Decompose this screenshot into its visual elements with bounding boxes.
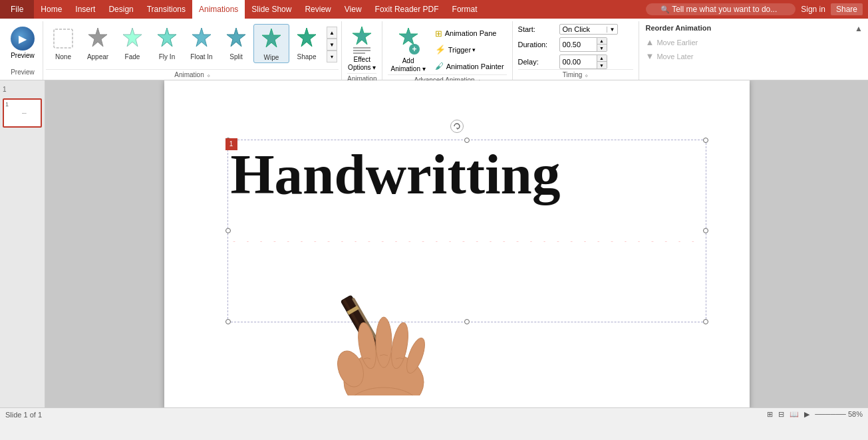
ribbon: ▶ Preview Preview None [0, 19, 868, 80]
animation-badge: 1 [225, 138, 237, 150]
svg-marker-1 [88, 28, 107, 47]
handle-tm[interactable] [464, 138, 470, 143]
canvas-area: 1 Handwritting [45, 80, 868, 407]
anim-none-label: None [55, 53, 71, 60]
title-bar: File Home Insert Design Transitions Anim… [0, 0, 868, 19]
svg-marker-7 [297, 28, 316, 47]
menu-design[interactable]: Design [102, 0, 140, 19]
slide-number: 1 [3, 86, 42, 93]
timing-group-expand[interactable]: ⬦ [585, 72, 588, 78]
share-btn[interactable]: Share [831, 3, 863, 15]
spell-check-underline [231, 238, 703, 242]
animation-group-expand[interactable]: ⬦ [207, 72, 210, 78]
status-bar: Slide 1 of 1 ⊞ ⊟ 📖 ▶ ────── 58% [0, 407, 868, 421]
effect-options-btn[interactable]: EffectOptions ▾ [348, 24, 376, 72]
delay-input[interactable] [560, 57, 597, 66]
menu-format[interactable]: Format [446, 0, 484, 19]
zoom-slider[interactable]: ────── 58% [815, 410, 863, 419]
anim-floatin[interactable]: Float In [184, 24, 219, 62]
collapse-ribbon-btn[interactable]: ▲ [855, 24, 863, 33]
duration-input[interactable] [560, 40, 597, 49]
add-animation-label: AddAnimation ▾ [390, 57, 425, 73]
anim-flyin-label: Fly In [159, 53, 175, 60]
scroll-more-btn[interactable]: ▾ [327, 51, 337, 62]
timing-group: Start: On Click ▼ Duration: ▲ ▼ [513, 21, 639, 80]
menu-animations[interactable]: Animations [192, 0, 245, 19]
scroll-up-btn[interactable]: ▲ [327, 27, 337, 39]
timing-duration-row: Duration: ▲ ▼ [518, 37, 633, 52]
animation-pane-icon: ⊞ [435, 29, 442, 39]
anim-wipe-label: Wipe [264, 54, 279, 61]
handle-tr[interactable] [703, 138, 708, 143]
menu-review[interactable]: Review [298, 0, 337, 19]
start-dropdown-arrow[interactable]: ▼ [607, 27, 618, 33]
delay-input-wrap: ▲ ▼ [559, 55, 607, 69]
normal-view-btn[interactable]: ⊞ [767, 410, 773, 419]
anim-flyin[interactable]: Fly In [150, 24, 184, 62]
thumb-slide-num: 1 [5, 101, 9, 108]
sign-in-btn[interactable]: Sign in [801, 5, 825, 14]
animation-painter-btn[interactable]: 🖌 Animation Painter [432, 60, 507, 72]
handle-ml[interactable] [225, 228, 231, 233]
ribbon-content: ▶ Preview Preview None [0, 21, 868, 80]
reorder-group: Reorder Animation ▲ Move Earlier ▼ Move … [639, 21, 746, 80]
menu-foxit[interactable]: Foxit Reader PDF [368, 0, 446, 19]
handwriting-text: Handwritting [231, 146, 703, 203]
svg-point-26 [376, 317, 392, 368]
anim-appear[interactable]: Appear [80, 24, 115, 62]
duration-spin-up[interactable]: ▲ [597, 38, 607, 45]
wipe-icon [258, 26, 285, 53]
effect-options-label: EffectOptions ▾ [348, 56, 376, 72]
timing-start-label: Start: [518, 25, 557, 33]
svg-text:+: + [412, 45, 416, 54]
trigger-icon: ⚡ [435, 45, 446, 55]
anim-shape[interactable]: Shape [289, 24, 324, 62]
handle-mr[interactable] [703, 228, 708, 233]
menu-home[interactable]: Home [34, 0, 69, 19]
menu-view[interactable]: View [338, 0, 368, 19]
svg-rect-0 [54, 29, 72, 48]
anim-fade[interactable]: Fade [115, 24, 150, 62]
handle-bl[interactable] [225, 319, 231, 324]
svg-marker-12 [399, 28, 418, 45]
delay-spin-up[interactable]: ▲ [597, 55, 607, 62]
slide-sorter-btn[interactable]: ⊟ [778, 410, 784, 419]
search-box[interactable]: 🔍 Tell me what you want to do... [646, 3, 796, 15]
duration-spin-down[interactable]: ▼ [597, 45, 607, 51]
rotation-handle[interactable] [450, 120, 464, 133]
reorder-title: Reorder Animation [646, 24, 739, 32]
menu-transitions[interactable]: Transitions [140, 0, 192, 19]
preview-group-label: Preview [11, 67, 35, 77]
svg-marker-3 [158, 28, 176, 47]
animation-scroll: ▲ ▼ ▾ [325, 24, 339, 65]
add-animation-btn[interactable]: + AddAnimation ▾ [388, 24, 428, 74]
preview-label: Preview [11, 52, 35, 59]
main-area: 1 1 Handwritting [0, 80, 868, 407]
menu-insert[interactable]: Insert [69, 0, 102, 19]
anim-split-label: Split [229, 53, 242, 60]
animation-pane-btn[interactable]: ⊞ Animation Pane [432, 27, 507, 40]
reading-view-btn[interactable]: 📖 [790, 410, 799, 419]
trigger-btn[interactable]: ⚡ Trigger ▾ [432, 43, 507, 56]
effect-options-icon [349, 24, 374, 56]
menu-bar: Home Insert Design Transitions Animation… [34, 0, 484, 19]
start-dropdown[interactable]: On Click ▼ [559, 24, 619, 35]
thumb-text: Handwritting [22, 112, 26, 113]
anim-none[interactable]: None [46, 24, 80, 62]
handle-br[interactable] [703, 319, 708, 324]
effect-options-group: EffectOptions ▾ Animation [342, 21, 382, 80]
split-icon [223, 25, 249, 52]
timing-duration-label: Duration: [518, 41, 557, 49]
anim-wipe[interactable]: Wipe [253, 24, 289, 63]
scroll-down-btn[interactable]: ▼ [327, 39, 337, 51]
menu-slideshow[interactable]: Slide Show [245, 0, 298, 19]
anim-split[interactable]: Split [219, 24, 253, 62]
delay-spin-down[interactable]: ▼ [597, 62, 607, 68]
file-tab[interactable]: File [0, 0, 34, 19]
preview-button[interactable]: ▶ Preview [8, 24, 37, 62]
fade-icon [119, 25, 146, 52]
anim-fade-label: Fade [125, 53, 140, 60]
slide-thumbnail-1[interactable]: 1 Handwritting [3, 98, 42, 128]
slideshow-btn[interactable]: ▶ [804, 410, 809, 419]
hand-pen-image [291, 256, 477, 395]
